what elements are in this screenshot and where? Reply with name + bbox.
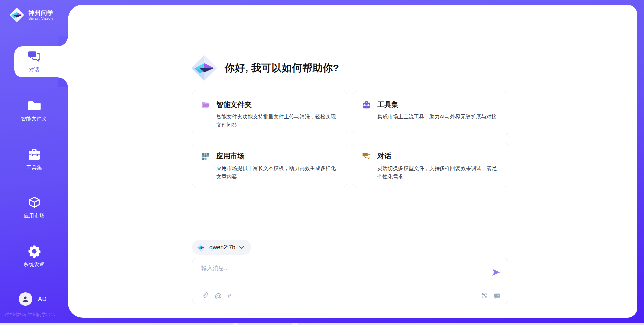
send-icon[interactable]	[492, 268, 500, 276]
card-desc: 智能文件夹功能支持批量文件上传与清洗，轻松实现文件问答	[216, 112, 339, 129]
brand-subtitle: Smart Vision	[28, 16, 54, 20]
model-selector[interactable]: qwen2:7b	[192, 240, 251, 255]
avatar	[19, 292, 32, 306]
card-title: 对话	[377, 151, 500, 161]
attachment-icon[interactable]	[201, 292, 209, 300]
card-title: 应用市场	[216, 151, 339, 161]
brand-name: 神州问学	[28, 10, 54, 17]
card-chat[interactable]: 对话 灵活切换多模型文件，支持多样回复效果调试，满足个性化需求	[353, 143, 508, 187]
brand-diamond-icon	[9, 7, 25, 23]
sidebar-item-app-market[interactable]: 应用市场	[0, 196, 68, 219]
cube-icon	[27, 196, 41, 210]
card-toolset[interactable]: 工具集 集成市场上主流工具，助力AI与外界无缝扩展与对接	[353, 91, 508, 135]
sidebar-item-smart-folder[interactable]: 智能文件夹	[0, 99, 68, 122]
grid-icon	[201, 152, 210, 161]
user-initials: AD	[38, 296, 47, 303]
card-smart-folder[interactable]: 智能文件夹 智能文件夹功能支持批量文件上传与清洗，轻松实现文件问答	[192, 91, 347, 135]
composer-toolbar: @ #	[201, 287, 501, 304]
model-name: qwen2:7b	[209, 244, 235, 251]
sidebar: 神州问学 Smart Vision 对话 智能文件夹	[0, 0, 68, 325]
card-desc: 应用市场提供丰富长文本模板，助力高效生成多样化文章内容	[216, 164, 339, 181]
hashtag-icon[interactable]: #	[227, 292, 231, 299]
brand: 神州问学 Smart Vision	[9, 7, 54, 23]
sidebar-item-chat[interactable]: 对话	[0, 50, 68, 73]
card-title: 工具集	[377, 100, 497, 109]
open-folder-icon	[201, 100, 210, 109]
sidebar-item-label: 系统设置	[24, 261, 45, 268]
user-menu[interactable]: AD	[19, 292, 47, 306]
card-desc: 灵活切换多模型文件，支持多样回复效果调试，满足个性化需求	[377, 164, 500, 181]
copyright-text: ©神州数码·神州问学出品	[5, 312, 55, 318]
message-composer: @ #	[192, 258, 508, 304]
main-content: 你好, 我可以如何帮助你? 智能文件夹 智能文件夹功能支持批量文件上传与清洗，轻…	[192, 5, 508, 318]
gear-icon	[27, 244, 41, 258]
app-window: 你好, 我可以如何帮助你? 智能文件夹 智能文件夹功能支持批量文件上传与清洗，轻…	[0, 0, 644, 325]
toolbox-icon	[27, 147, 41, 161]
chat-bubbles-icon	[27, 50, 41, 64]
chat-bubbles-icon	[362, 152, 371, 161]
chat-icon[interactable]	[493, 292, 501, 300]
sidebar-item-label: 智能文件夹	[21, 116, 47, 122]
tab-curve-bottom	[58, 77, 68, 87]
mention-icon[interactable]: @	[215, 292, 222, 299]
bottom-edge-strip	[0, 323, 644, 325]
diamond-logo-icon	[191, 54, 218, 82]
chevron-down-icon	[239, 246, 244, 249]
greeting-row: 你好, 我可以如何帮助你?	[191, 54, 339, 82]
main-panel: 你好, 我可以如何帮助你? 智能文件夹 智能文件夹功能支持批量文件上传与清洗，轻…	[68, 5, 637, 318]
sidebar-item-label: 工具集	[26, 165, 42, 171]
card-desc: 集成市场上主流工具，助力AI与外界无缝扩展与对接	[377, 112, 497, 121]
sidebar-item-settings[interactable]: 系统设置	[0, 244, 68, 268]
sidebar-item-label: 应用市场	[24, 213, 45, 219]
feature-cards: 智能文件夹 智能文件夹功能支持批量文件上传与清洗，轻松实现文件问答 工具集 集成…	[192, 91, 508, 187]
card-app-market[interactable]: 应用市场 应用市场提供丰富长文本模板，助力高效生成多样化文章内容	[192, 143, 347, 187]
history-icon[interactable]	[481, 292, 488, 300]
person-icon	[21, 295, 30, 303]
message-input[interactable]	[201, 263, 483, 273]
sidebar-item-label: 对话	[29, 67, 39, 73]
card-title: 智能文件夹	[216, 100, 339, 109]
toolbox-icon	[362, 100, 371, 109]
sidebar-item-toolset[interactable]: 工具集	[0, 147, 68, 171]
greeting-text: 你好, 我可以如何帮助你?	[225, 61, 339, 75]
diamond-logo-icon	[197, 243, 206, 252]
folder-icon	[27, 99, 41, 113]
tab-curve-top	[58, 36, 68, 46]
